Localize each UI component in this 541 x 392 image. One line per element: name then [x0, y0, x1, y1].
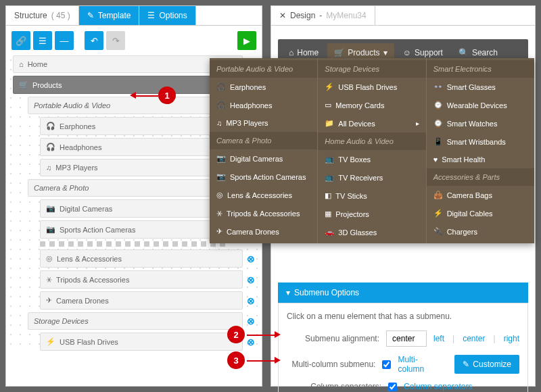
mega-item[interactable]: ⚡Digital Cables [427, 204, 534, 222]
multicol-checkbox[interactable] [382, 360, 391, 369]
sep-checkbox[interactable] [388, 383, 397, 391]
earphones-icon: 🎧 [216, 82, 226, 91]
separator-button[interactable]: — [55, 31, 74, 50]
mega-item[interactable]: ▭Memory Cards [318, 96, 425, 114]
mega-menu: Portable Audio & Video 🎧Earphones 🎧Headp… [210, 58, 534, 243]
align-input[interactable] [386, 330, 427, 347]
sep-label: Column separators: [287, 382, 381, 391]
chevron-down-icon: ▾ [286, 288, 290, 297]
callout-1-arrow [135, 95, 158, 97]
tv-icon: 📺 [325, 173, 334, 182]
mega-item[interactable]: ⚡USB Flash Drives [318, 78, 425, 96]
mega-item[interactable]: ⌚Wearable Devices [427, 96, 534, 114]
stick-icon: ◧ [325, 191, 331, 200]
customize-button[interactable]: ✎Customize [454, 355, 519, 374]
callout-3-arrowhead [275, 357, 281, 364]
mega-item[interactable]: ⚹Tripods & Accessories [210, 204, 317, 222]
tab-options[interactable]: ☰ Options [139, 6, 195, 25]
heart-icon: ♥ [433, 155, 438, 164]
mega-item[interactable]: 👜Camera Bags [427, 186, 534, 204]
options-hint: Click on a menu element that has a subme… [287, 312, 519, 321]
tree-item-products[interactable]: 🛒Products [13, 76, 243, 94]
tools-icon: ✕ [279, 11, 286, 20]
divider [40, 241, 228, 247]
mega-item[interactable]: 📷Digital Cameras [210, 149, 317, 168]
delete-icon[interactable]: ⊗ [247, 253, 255, 264]
band-icon: 📱 [433, 137, 443, 146]
mega-item[interactable]: 🔌Chargers [427, 222, 534, 241]
projector-icon: ▦ [325, 210, 331, 218]
wearable-icon: ⌚ [433, 101, 443, 109]
multicol-label: Multi-column submenu: [287, 360, 375, 369]
card-icon: ▭ [325, 101, 331, 109]
mega-item[interactable]: 🚗3D Glasses [318, 223, 425, 241]
tree-item[interactable]: ⚡USB Flash Drives [40, 333, 243, 351]
mega-item[interactable]: 🎧Headphones [210, 96, 317, 114]
delete-icon[interactable]: ⊗ [247, 337, 255, 347]
tree-item[interactable]: ✈Camera Drones [40, 291, 243, 310]
tab-template-label: Template [98, 11, 131, 20]
camera-icon: 📷 [216, 172, 226, 181]
callout-1-arrowhead [130, 92, 136, 99]
multicol-link[interactable]: Multi-column [398, 355, 441, 374]
align-left-link[interactable]: left [433, 334, 444, 343]
delete-icon[interactable]: ⊗ [247, 274, 255, 285]
mega-item[interactable]: ▦Projectors [318, 205, 425, 223]
cart-icon: 🛒 [19, 80, 28, 89]
camera-icon: 📷 [216, 154, 226, 163]
delete-icon[interactable]: ⊗ [247, 295, 255, 306]
tree-item-cat[interactable]: Storage Devices [28, 312, 243, 330]
callout-3-arrow [247, 360, 277, 362]
mega-header: Accessories & Parts [427, 168, 534, 186]
tree-item-home[interactable]: ⌂Home [13, 55, 243, 73]
earphones-icon: 🎧 [46, 122, 55, 130]
mega-item[interactable]: ◎Lens & Accessories [210, 186, 317, 204]
mega-item[interactable]: 📁All Devices▸ [318, 114, 425, 132]
mega-header: Camera & Photo [210, 132, 317, 149]
bag-icon: 👜 [433, 191, 443, 199]
mega-item[interactable]: 👓Smart Glasses [427, 78, 534, 96]
tree-item[interactable]: ◎Lens & Accessories [40, 249, 243, 268]
headphones-icon: 🎧 [216, 101, 226, 109]
mega-header: Home Audio & Video [318, 132, 425, 150]
mega-item[interactable]: ✈Camera Drones [210, 222, 317, 241]
submenu-options-header[interactable]: ▾Submenu Options [278, 283, 528, 303]
lens-icon: ◎ [46, 254, 53, 263]
drone-icon: ✈ [46, 296, 52, 305]
mega-item[interactable]: 🎧Earphones [210, 78, 317, 96]
tab-structure[interactable]: Structure ( 45 ) [6, 6, 79, 25]
play-button[interactable]: ▶ [237, 31, 256, 50]
lens-icon: ◎ [216, 191, 223, 199]
mega-item[interactable]: ◧TV Sticks [318, 187, 425, 205]
mega-item[interactable]: 📷Sports Action Cameras [210, 168, 317, 186]
tab-design[interactable]: ✕ Design - MyMenu34 [271, 6, 375, 25]
tab-options-label: Options [159, 11, 187, 20]
link-button[interactable]: 🔗 [11, 31, 30, 50]
mega-header: Portable Audio & Video [210, 60, 317, 78]
music-icon: ♫ [216, 119, 222, 127]
submenu-options: ▾Submenu Options Click on a menu element… [278, 283, 528, 392]
charger-icon: 🔌 [433, 227, 443, 236]
tab-template[interactable]: ✎ Template [79, 6, 140, 25]
submenu-options-body: Click on a menu element that has a subme… [278, 303, 528, 392]
mega-item[interactable]: ♫MP3 Players [210, 114, 317, 132]
tab-design-label: Design [290, 11, 315, 20]
watch-icon: ⌚ [433, 119, 443, 128]
text-button[interactable]: ☰ [33, 31, 52, 50]
sep-link[interactable]: Column separators [404, 382, 472, 391]
align-right-link[interactable]: right [504, 334, 519, 343]
tab-structure-label: Structure [14, 11, 47, 20]
undo-button[interactable]: ↶ [85, 31, 103, 50]
mega-item[interactable]: ♥Smart Health [427, 151, 534, 168]
tree-item[interactable]: ⚹Tripods & Accessories [40, 270, 243, 289]
support-icon: ☺ [403, 48, 411, 57]
mega-header: Smart Electronics [427, 60, 534, 78]
mega-item[interactable]: 📺TV Receivers [318, 168, 425, 187]
mega-item[interactable]: 📱Smart Wristbands [427, 132, 534, 151]
mega-item[interactable]: ⌚Smart Watches [427, 114, 534, 132]
callout-2-arrowhead [275, 331, 281, 338]
redo-button[interactable]: ↷ [106, 31, 125, 50]
delete-icon[interactable]: ⊗ [247, 316, 255, 326]
mega-item[interactable]: 📺TV Boxes [318, 150, 425, 168]
align-center-link[interactable]: center [463, 334, 485, 343]
